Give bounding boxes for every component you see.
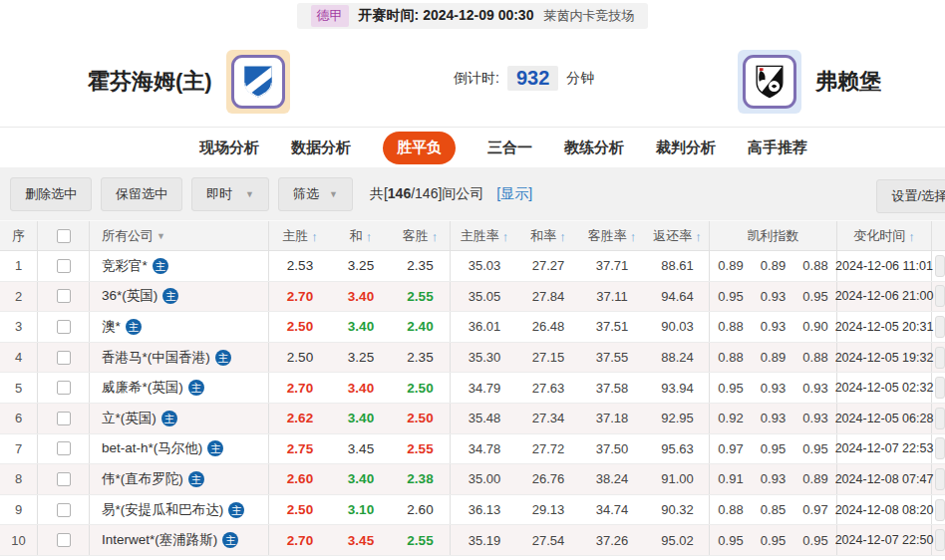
company-cell[interactable]: 竞彩官*主	[90, 251, 269, 281]
home-badge-icon: 主	[222, 532, 238, 548]
kelly-index-1: 0.95	[710, 525, 752, 555]
return-rate: 91.00	[646, 464, 710, 494]
sort-up-icon[interactable]: ↑	[559, 229, 566, 244]
company-cell[interactable]: bet-at-h*(马尔他)主	[90, 434, 269, 464]
freiburg-crest-icon	[743, 55, 796, 109]
row-action-button[interactable]	[935, 285, 945, 307]
return-rate: 90.03	[646, 312, 710, 342]
tab-live-analysis[interactable]: 现场分析	[199, 139, 259, 157]
odds-draw: 3.45	[331, 434, 391, 464]
tab-coach-analysis[interactable]: 教练分析	[564, 139, 624, 157]
row-checkbox[interactable]	[57, 259, 71, 273]
odds-draw: 3.40	[331, 312, 391, 342]
odds-draw: 3.40	[331, 282, 391, 312]
tab-three-in-one[interactable]: 三合一	[487, 139, 532, 157]
show-link[interactable]: [显示]	[496, 185, 532, 203]
kickoff-time: 开赛时间: 2024-12-09 00:30	[359, 7, 534, 25]
company-cell[interactable]: 香港马*(中国香港)主	[90, 343, 269, 373]
row-action-button[interactable]	[935, 499, 945, 521]
row-seq: 10	[0, 525, 38, 555]
keep-selected-button[interactable]: 保留选中	[101, 177, 182, 211]
kelly-index-3: 0.95	[794, 434, 837, 464]
draw-rate: 26.48	[518, 312, 578, 342]
filter-dropdown[interactable]: 筛选 ▼	[278, 177, 353, 211]
company-name: 竞彩官*	[102, 257, 148, 275]
row-action-button[interactable]	[935, 347, 945, 369]
delete-selected-button[interactable]: 删除选中	[10, 177, 92, 211]
row-extra-cell	[932, 312, 945, 342]
home-win-rate: 35.30	[451, 343, 518, 373]
row-action-button[interactable]	[935, 437, 945, 459]
settings-select-button[interactable]: 设置/选择	[876, 179, 945, 213]
sort-up-icon[interactable]: ↑	[630, 229, 637, 244]
row-checkbox[interactable]	[57, 381, 71, 395]
row-checkbox[interactable]	[57, 441, 71, 455]
table-row: 8伟*(直布罗陀)主2.603.402.3835.0026.7638.2491.…	[0, 464, 945, 495]
row-checkbox[interactable]	[57, 503, 71, 517]
time-filter-dropdown[interactable]: 即时 ▼	[191, 177, 269, 211]
sort-up-icon[interactable]: ↑	[366, 229, 373, 244]
row-checkbox[interactable]	[57, 320, 71, 334]
sort-up-icon[interactable]: ↑	[502, 229, 509, 244]
row-checkbox[interactable]	[57, 472, 71, 486]
sort-up-icon[interactable]: ↑	[311, 229, 318, 244]
row-seq: 7	[0, 434, 38, 464]
row-action-button[interactable]	[935, 468, 945, 490]
row-checkbox[interactable]	[57, 412, 71, 425]
row-checkbox[interactable]	[57, 351, 71, 365]
return-rate: 92.95	[646, 404, 710, 433]
company-cell[interactable]: 立*(英国)主	[90, 404, 269, 433]
kelly-index-2: 0.93	[752, 464, 794, 494]
company-name: bet-at-h*(马尔他)	[102, 439, 202, 457]
row-action-button[interactable]	[935, 408, 945, 429]
tab-data-analysis[interactable]: 数据分析	[291, 139, 351, 157]
home-team-group: 霍芬海姆(主)	[88, 50, 290, 114]
row-action-button[interactable]	[935, 377, 945, 399]
home-badge-icon: 主	[162, 288, 178, 304]
row-checkbox[interactable]	[57, 289, 71, 303]
odds-home-win: 2.62	[269, 404, 331, 433]
row-extra-cell	[932, 251, 945, 281]
company-cell[interactable]: 威廉希*(英国)主	[90, 373, 269, 403]
draw-rate: 29.13	[518, 495, 578, 525]
company-cell[interactable]: Interwet*(塞浦路斯)主	[90, 525, 269, 555]
return-rate: 94.64	[646, 282, 710, 312]
table-row: 7bet-at-h*(马尔他)主2.753.452.5534.7827.7237…	[0, 434, 945, 465]
home-badge-icon: 主	[215, 350, 231, 366]
company-name: 澳*	[102, 318, 121, 336]
tab-win-draw-lose[interactable]: 胜平负	[383, 132, 456, 164]
kelly-index-2: 0.85	[752, 495, 794, 525]
row-action-button[interactable]	[935, 316, 945, 338]
odds-away-win: 2.50	[391, 373, 451, 403]
header-away-win: 客胜↑	[391, 221, 451, 251]
row-checkbox-cell	[38, 373, 90, 403]
select-all-checkbox[interactable]	[57, 229, 71, 243]
table-row: 3澳*主2.503.402.4036.0126.4837.5190.030.88…	[0, 312, 945, 343]
sort-up-icon[interactable]: ↑	[432, 229, 439, 244]
odds-away-win: 2.35	[391, 251, 451, 281]
company-filter-icon[interactable]: ▼	[157, 231, 165, 241]
row-extra-cell	[932, 282, 945, 312]
home-win-rate: 35.19	[451, 525, 518, 555]
row-checkbox[interactable]	[57, 533, 71, 547]
table-row: 4香港马*(中国香港)主2.503.252.3535.3027.1537.558…	[0, 343, 945, 374]
change-time: 2024-12-08 08:20	[837, 495, 932, 525]
sort-up-icon[interactable]: ↑	[695, 229, 702, 244]
sort-up-icon[interactable]: ↑	[908, 229, 915, 244]
company-cell[interactable]: 36*(英国)主	[90, 282, 269, 312]
row-action-button[interactable]	[935, 255, 945, 277]
return-rate: 93.94	[646, 373, 710, 403]
row-checkbox-cell	[38, 404, 90, 433]
home-win-rate: 35.05	[451, 282, 518, 312]
venue: 莱茵内卡竞技场	[543, 7, 634, 25]
tab-expert-picks[interactable]: 高手推荐	[748, 139, 807, 157]
countdown-label: 倒计时:	[454, 70, 499, 88]
draw-rate: 27.72	[518, 434, 578, 464]
company-cell[interactable]: 伟*(直布罗陀)主	[90, 464, 269, 494]
company-cell[interactable]: 澳*主	[90, 312, 269, 342]
tab-referee-analysis[interactable]: 裁判分析	[656, 139, 716, 157]
row-action-button[interactable]	[935, 529, 945, 551]
kelly-index-3: 0.95	[794, 282, 837, 312]
header-away-rate: 客胜率↑	[578, 221, 646, 251]
company-cell[interactable]: 易*(安提瓜和巴布达)主	[90, 495, 269, 525]
